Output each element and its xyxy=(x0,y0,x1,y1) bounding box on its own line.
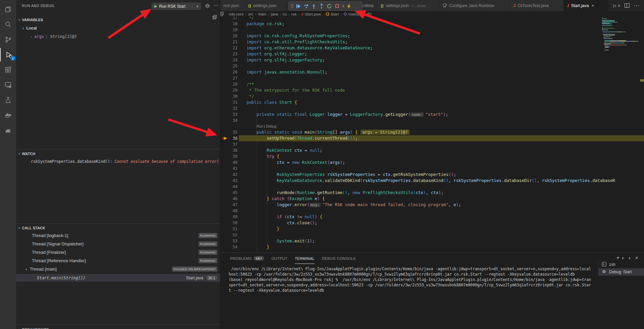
step-over-icon[interactable] xyxy=(302,2,310,10)
stack-frame-row[interactable]: Start.main(String[]) Start.java 36:1 xyxy=(16,274,220,282)
variables-scope-local[interactable]: ∨Local xyxy=(22,25,37,32)
chevron-down-icon[interactable]: ∨ xyxy=(618,4,620,7)
step-out-icon[interactable] xyxy=(318,2,325,10)
chevron-down-icon[interactable]: ∨ xyxy=(622,256,624,260)
code-line-39[interactable]: 39 try { xyxy=(220,153,644,159)
call-stack-thread[interactable]: Thread [Signal Dispatcher]RUNNING xyxy=(16,240,220,248)
code-line-25[interactable]: 25 xyxy=(220,63,644,69)
tab-settings-json[interactable]: {}settings.json~/.../User xyxy=(377,0,439,11)
code-line-34[interactable]: 34 xyxy=(220,117,644,124)
testing-icon[interactable] xyxy=(0,93,16,107)
docker-icon[interactable] xyxy=(0,108,16,122)
code-line-53[interactable]: 53 System.exit(1); xyxy=(220,238,644,244)
breadcrumb-item[interactable]: main(String[]) xyxy=(343,12,372,16)
overlapping-squares-icon[interactable] xyxy=(212,15,217,21)
breadcrumb-item[interactable]: rskj-core xyxy=(229,12,244,16)
code-line-43[interactable]: 43 KeyValueDataSource.validateDbKind(rsk… xyxy=(220,178,644,184)
panel-tab-problems[interactable]: PROBLEMS1K+ xyxy=(230,253,264,264)
call-stack-section-header[interactable]: ∨ CALL STACK xyxy=(16,224,220,232)
code-line-46[interactable]: 46 } catch (Exception e) { xyxy=(220,196,644,202)
panel-tab-debug-console[interactable]: DEBUG CONSOLE xyxy=(322,253,356,264)
terminal-output[interactable]: /usr/bin/env /Library/Internet\ Plug-Ins… xyxy=(229,266,597,293)
code-line-42[interactable]: 42 RskSystemProperties rskSystemProperti… xyxy=(220,172,644,178)
code-line-45[interactable]: 45 runNode(Runtime.getRuntime(), new Pre… xyxy=(220,190,644,196)
terminal-list-item-zsh[interactable]: zsh xyxy=(599,261,644,268)
code-line-24[interactable]: 24import org.slf4j.LoggerFactory; xyxy=(220,57,644,63)
watch-expression-row[interactable]: rskSystemProperties.databaseKind(): Cann… xyxy=(31,159,219,165)
code-line-44[interactable]: 44 xyxy=(220,184,644,190)
code-line-29[interactable]: 29 * The entrypoint for the RSK full nod… xyxy=(220,87,644,93)
code-line-17[interactable]: 17 */ xyxy=(220,17,644,21)
code-line-35[interactable]: 35 public static void main(String[] args… xyxy=(220,129,644,135)
gear-icon[interactable] xyxy=(205,3,210,10)
code-line-36[interactable]: 36 setUpThread(Thread.currentThread()); xyxy=(220,135,644,141)
code-line-50[interactable]: 50 ctx.close(); xyxy=(220,220,644,226)
code-line-47[interactable]: 47 logger.error(msg:"The RSK node main t… xyxy=(220,202,644,208)
launch-config-dropdown[interactable]: ▶ Run RSK Start ∨ xyxy=(151,2,201,10)
chevron-down-icon[interactable]: ∨ xyxy=(341,2,345,10)
tab-start-java[interactable]: JStart.java× xyxy=(564,0,610,11)
code-line-32[interactable]: 32 xyxy=(220,105,644,111)
call-stack-thread[interactable]: Thread [Reference Handler]RUNNING xyxy=(16,256,220,265)
breadcrumb-item[interactable]: rsk xyxy=(291,12,297,16)
gradle-icon[interactable] xyxy=(0,124,16,137)
close-panel-icon[interactable]: × xyxy=(635,255,638,261)
code-line-33[interactable]: 33 private static final Logger logger = … xyxy=(220,111,644,117)
tab-configure-java-runtime[interactable]: Configure Java Runtime xyxy=(439,0,510,11)
search-icon[interactable] xyxy=(0,18,16,31)
tab-settings-json[interactable]: {}settings.json xyxy=(245,0,285,11)
split-editor-icon[interactable] xyxy=(625,3,630,8)
code-line-27[interactable]: 27 xyxy=(220,75,644,81)
step-into-icon[interactable] xyxy=(310,2,318,10)
call-stack-thread[interactable]: Thread [Finalizer]RUNNING xyxy=(16,248,220,256)
terminal-list-item-debug-start[interactable]: Debug: Start xyxy=(599,268,644,276)
breadcrumb-item[interactable]: main xyxy=(258,12,266,16)
code-line-18[interactable]: 18package co.rsk; xyxy=(220,21,644,27)
drag-handle-icon[interactable] xyxy=(290,2,294,10)
breadcrumb-item[interactable]: co xyxy=(283,12,287,16)
breadcrumb-item[interactable]: Start xyxy=(326,12,339,16)
restart-icon[interactable] xyxy=(325,2,333,10)
code-line-51[interactable]: 51 } xyxy=(220,226,644,232)
code-line-30[interactable]: 30 */ xyxy=(220,93,644,99)
code-line-38[interactable]: 38 RskContext ctx = null; xyxy=(220,147,644,153)
code-line-37[interactable]: 37 xyxy=(220,141,644,147)
tab-nch-json[interactable]: nch.json xyxy=(220,0,245,11)
breadcrumb-item[interactable]: java xyxy=(271,12,278,16)
run-file-icon[interactable]: ▷ xyxy=(613,3,616,8)
code-line-41[interactable]: 41 xyxy=(220,166,644,172)
source-control-icon[interactable] xyxy=(0,33,16,46)
variables-section-header[interactable]: ∨ VARIABLES xyxy=(16,16,220,23)
breadcrumb-item[interactable]: JStart.java xyxy=(301,12,321,16)
code-line-40[interactable]: 40 ctx = new RskContext(args); xyxy=(220,159,644,166)
hot-code-replace-icon[interactable] xyxy=(345,2,353,10)
code-line-26[interactable]: 26import javax.annotation.Nonnull; xyxy=(220,69,644,75)
maximize-panel-icon[interactable]: ∧ xyxy=(628,256,631,260)
code-line-28[interactable]: 28/** xyxy=(220,81,644,87)
run-and-debug-icon[interactable]: 1 xyxy=(0,48,17,61)
watch-section-header[interactable]: ∨ WATCH xyxy=(16,150,220,157)
breadcrumb-item[interactable]: src xyxy=(248,12,253,16)
code-line-23[interactable]: 23import org.slf4j.Logger; xyxy=(220,51,644,57)
panel-tab-output[interactable]: OUTPUT xyxy=(271,253,287,264)
code-line-19[interactable]: 19 xyxy=(220,27,644,33)
explorer-icon[interactable] xyxy=(0,3,16,16)
remote-explorer-icon[interactable] xyxy=(0,78,16,92)
code-line-20[interactable]: 20import co.rsk.config.RskSystemProperti… xyxy=(220,33,644,39)
tab-clitoolstest-java[interactable]: JCliToolsTest.java xyxy=(510,0,564,11)
more-actions-icon[interactable]: ··· xyxy=(634,3,639,9)
extensions-icon[interactable] xyxy=(0,63,16,77)
code-line-22[interactable]: 22import org.ethereum.datasource.KeyValu… xyxy=(220,45,644,51)
codelens-run-debug[interactable]: Run | Debug xyxy=(220,124,644,129)
code-line-48[interactable]: 48 xyxy=(220,208,644,214)
call-stack-thread[interactable]: Thread [logback-1]RUNNING xyxy=(16,231,220,240)
breakpoints-section-header[interactable]: ∨ BREAKPOINTS xyxy=(16,326,220,329)
stop-icon[interactable] xyxy=(333,2,341,10)
code-line-52[interactable]: 52 xyxy=(220,232,644,238)
code-line-49[interactable]: 49 if (ctx != null) { xyxy=(220,214,644,220)
variable-args-row[interactable]: › args : String[2]@7 xyxy=(30,33,77,40)
code-line-31[interactable]: 31public class Start { xyxy=(220,99,644,105)
call-stack-thread[interactable]: ∨Thread [main]PAUSED ON BREAKPOINT xyxy=(16,265,220,273)
code-line-21[interactable]: 21import co.rsk.util.PreflightChecksUtil… xyxy=(220,39,644,45)
panel-tab-terminal[interactable]: TERMINAL xyxy=(295,253,315,264)
